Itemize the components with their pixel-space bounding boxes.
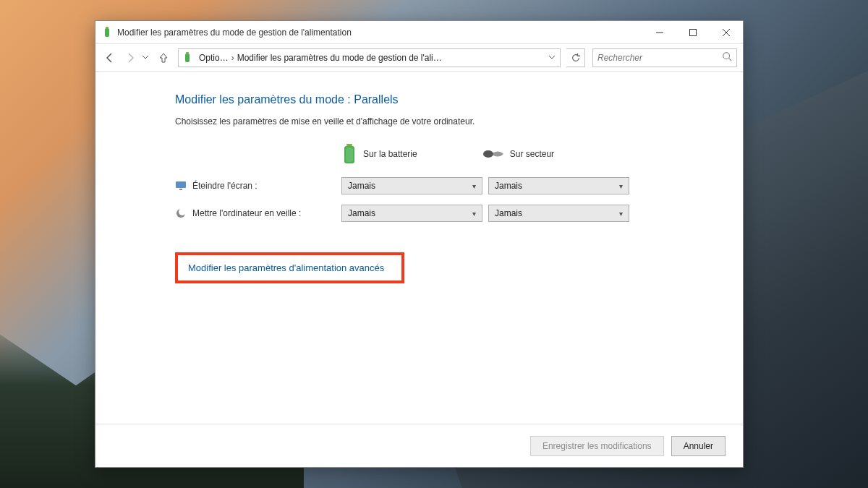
- highlight-box: Modifier les paramètres d'alimentation a…: [175, 252, 404, 283]
- page-heading: Modifier les paramètres du mode : Parall…: [175, 93, 743, 106]
- minimize-button[interactable]: [643, 22, 676, 43]
- back-button[interactable]: [101, 49, 119, 67]
- sleep-battery-select[interactable]: Jamais ▾: [341, 205, 482, 222]
- setting-row-display: Éteindre l'écran : Jamais ▾ Jamais ▾: [175, 177, 743, 194]
- navbar: Optio… › Modifier les paramètres du mode…: [95, 44, 743, 72]
- chevron-down-icon: ▾: [472, 210, 476, 218]
- moon-icon: [175, 207, 187, 219]
- svg-rect-7: [186, 52, 189, 54]
- setting-sleep-label: Mettre l'ordinateur en veille :: [175, 207, 341, 219]
- footer: Enregistrer les modifications Annuler: [95, 424, 743, 467]
- svg-point-13: [483, 150, 493, 158]
- svg-rect-10: [346, 144, 352, 146]
- svg-rect-1: [106, 27, 109, 29]
- svg-point-17: [179, 208, 186, 215]
- svg-rect-12: [346, 147, 353, 162]
- display-plugged-select[interactable]: Jamais ▾: [488, 177, 629, 194]
- setting-display-label: Éteindre l'écran :: [175, 180, 341, 192]
- chevron-down-icon: ▾: [472, 182, 476, 190]
- window-controls: [643, 22, 743, 43]
- plug-icon: [482, 148, 504, 160]
- svg-line-9: [729, 59, 732, 61]
- address-dropdown[interactable]: [545, 53, 558, 63]
- titlebar: Modifier les paramètres du mode de gesti…: [95, 21, 743, 44]
- column-battery: Sur la batterie: [341, 144, 417, 164]
- addressbar[interactable]: Optio… › Modifier les paramètres du mode…: [178, 48, 561, 67]
- svg-rect-14: [176, 181, 186, 188]
- svg-rect-0: [105, 28, 109, 37]
- setting-row-sleep: Mettre l'ordinateur en veille : Jamais ▾…: [175, 205, 743, 222]
- advanced-power-settings-link[interactable]: Modifier les paramètres d'alimentation a…: [188, 262, 384, 273]
- search-icon: [722, 51, 732, 64]
- breadcrumb-seg-2[interactable]: Modifier les paramètres du mode de gesti…: [234, 53, 545, 63]
- chevron-down-icon: ▾: [619, 182, 623, 190]
- forward-button[interactable]: [122, 49, 139, 67]
- searchbox[interactable]: [592, 48, 737, 67]
- refresh-button[interactable]: [566, 48, 585, 67]
- column-battery-label: Sur la batterie: [363, 149, 417, 159]
- chevron-down-icon: ▾: [619, 210, 623, 218]
- cancel-button[interactable]: Annuler: [671, 436, 726, 456]
- column-headers: Sur la batterie Sur secteur: [341, 144, 743, 164]
- control-panel-window: Modifier les paramètres du mode de gesti…: [95, 20, 744, 468]
- content-area: Modifier les paramètres du mode : Parall…: [95, 72, 743, 424]
- monitor-icon: [175, 180, 187, 192]
- column-plugged: Sur secteur: [482, 144, 554, 164]
- page-description: Choisissez les paramètres de mise en vei…: [175, 116, 743, 127]
- close-button[interactable]: [710, 22, 743, 43]
- column-plugged-label: Sur secteur: [510, 149, 554, 159]
- svg-rect-6: [185, 53, 190, 62]
- svg-rect-3: [690, 29, 697, 35]
- sleep-plugged-select[interactable]: Jamais ▾: [488, 205, 629, 222]
- save-button[interactable]: Enregistrer les modifications: [530, 436, 664, 456]
- svg-point-8: [723, 53, 730, 59]
- breadcrumb-seg-1[interactable]: Optio…: [196, 53, 231, 63]
- window-title: Modifier les paramètres du mode de gesti…: [117, 27, 643, 38]
- maximize-button[interactable]: [676, 22, 710, 43]
- power-options-icon: [101, 27, 113, 38]
- up-button[interactable]: [155, 49, 172, 67]
- svg-rect-15: [179, 189, 182, 190]
- display-battery-select[interactable]: Jamais ▾: [341, 177, 482, 194]
- battery-icon: [341, 144, 357, 164]
- history-dropdown[interactable]: [142, 53, 152, 63]
- power-options-icon: [182, 52, 193, 64]
- search-input[interactable]: [597, 53, 722, 63]
